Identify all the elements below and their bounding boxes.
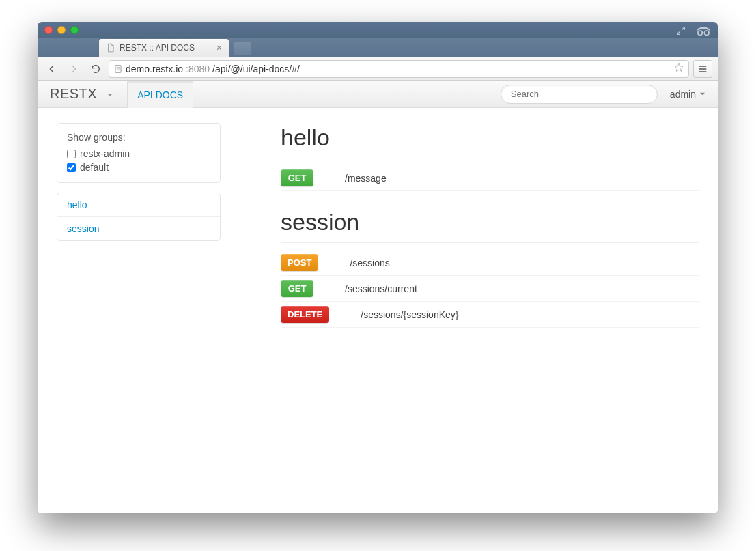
group-filter-default[interactable]: default [67, 160, 210, 174]
endpoint-row[interactable]: GET /sessions/current [281, 276, 699, 302]
chevron-down-icon [107, 86, 113, 102]
url-host: demo.restx.io [126, 63, 183, 74]
address-toolbar: demo.restx.io:8080/api/@/ui/api-docs/#/ [38, 57, 718, 81]
page-icon [106, 43, 115, 53]
reload-button[interactable] [87, 60, 104, 78]
group-filter-restx-admin[interactable]: restx-admin [67, 147, 210, 160]
section-link-session[interactable]: session [57, 217, 220, 240]
tab-close-icon[interactable]: × [216, 42, 222, 53]
http-method-badge: GET [281, 169, 313, 186]
nav-tab-api-docs[interactable]: API DOCS [127, 81, 193, 108]
zoom-window-button[interactable] [70, 26, 79, 34]
groups-filter-panel: Show groups: restx-admin default [57, 123, 221, 183]
user-label: admin [670, 89, 696, 100]
minimize-window-button[interactable] [57, 26, 66, 34]
brand-dropdown[interactable]: RESTX [50, 86, 113, 102]
endpoint-list: GET /message [281, 165, 699, 191]
section-label: hello [67, 199, 87, 210]
api-groups: hello GET /message session POST /session… [281, 123, 699, 498]
browser-menu-button[interactable] [693, 60, 712, 78]
http-method-badge: POST [281, 254, 318, 271]
user-menu[interactable]: admin [670, 89, 705, 100]
address-bar[interactable]: demo.restx.io:8080/api/@/ui/api-docs/#/ [109, 60, 689, 78]
chevron-down-icon [699, 91, 705, 97]
url-path: /api/@/ui/api-docs/#/ [212, 63, 300, 74]
new-tab-button[interactable] [234, 42, 251, 55]
group-label: restx-admin [80, 148, 130, 159]
group-label: default [80, 162, 109, 173]
browser-window: RESTX :: API DOCS × demo.restx.io:8080/a… [38, 22, 718, 513]
endpoint-row[interactable]: POST /sessions [281, 250, 699, 276]
divider [281, 158, 699, 158]
svg-point-0 [698, 31, 703, 36]
http-method-badge: GET [281, 280, 313, 297]
section-list: hello session [57, 193, 221, 241]
fullscreen-icon[interactable] [675, 25, 686, 39]
nav-tab-label: API DOCS [137, 89, 183, 100]
app-navbar: RESTX API DOCS admin [38, 81, 718, 108]
endpoint-row[interactable]: DELETE /sessions/{sessionKey} [281, 302, 699, 328]
bookmark-star-icon[interactable] [673, 62, 684, 75]
group-title-hello: hello [281, 124, 699, 151]
section-label: session [67, 223, 99, 234]
svg-point-1 [705, 31, 710, 36]
incognito-icon [695, 25, 712, 40]
endpoint-path: /sessions [350, 257, 389, 268]
divider [281, 242, 699, 243]
endpoint-list: POST /sessions GET /sessions/current DEL… [281, 250, 699, 328]
back-button[interactable] [43, 60, 61, 78]
section-link-hello[interactable]: hello [57, 193, 220, 217]
page-content: Show groups: restx-admin default hello s… [38, 108, 718, 513]
url-port: :8080 [186, 63, 210, 74]
tab-strip: RESTX :: API DOCS × [38, 38, 718, 57]
group-checkbox[interactable] [67, 163, 76, 172]
http-method-badge: DELETE [281, 306, 329, 323]
browser-tab[interactable]: RESTX :: API DOCS × [99, 39, 229, 57]
site-info-icon[interactable] [113, 64, 123, 74]
endpoint-row[interactable]: GET /message [281, 165, 699, 191]
group-checkbox[interactable] [67, 150, 76, 158]
window-controls [44, 26, 79, 34]
endpoint-path: /sessions/current [345, 283, 417, 294]
group-title-session: session [281, 209, 699, 236]
tab-title: RESTX :: API DOCS [120, 43, 195, 53]
endpoint-path: /message [345, 173, 387, 184]
groups-header: Show groups: [67, 132, 210, 143]
forward-button[interactable] [65, 60, 83, 78]
brand-label: RESTX [50, 86, 97, 102]
sidebar: Show groups: restx-admin default hello s… [57, 123, 221, 498]
endpoint-path: /sessions/{sessionKey} [361, 309, 458, 320]
window-titlebar [38, 22, 718, 38]
search-input[interactable] [501, 85, 658, 104]
close-window-button[interactable] [44, 26, 53, 34]
